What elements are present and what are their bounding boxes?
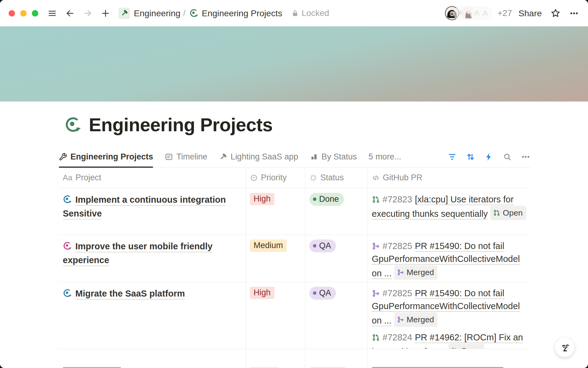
github-pr-cell[interactable]: #72823[xla:cpu] Use iterators for execut… <box>368 188 530 235</box>
notion-window: Engineering / Engineering Projects Locke… <box>0 0 588 368</box>
tab-more-views[interactable]: 5 more... <box>368 147 401 167</box>
tab-label: By Status <box>322 152 357 162</box>
tab-by-status[interactable]: By Status <box>310 147 357 167</box>
sort-icon[interactable] <box>466 152 475 162</box>
project-cell[interactable]: Improve the user mobile friendly experie… <box>59 235 246 282</box>
view-tabs-bar: Engineering Projects Timeline Lighting S… <box>59 147 530 167</box>
table-header-row: Aa Project Priority Status GitHub PR <box>59 167 530 188</box>
more-options-button[interactable] <box>569 9 579 18</box>
priority-cell[interactable] <box>246 349 305 368</box>
status-cell[interactable] <box>305 349 368 368</box>
tab-timeline[interactable]: Timeline <box>165 147 207 167</box>
status-cell[interactable]: QA <box>305 282 368 349</box>
tab-label: Engineering Projects <box>70 152 153 162</box>
pr-number: #72823 <box>383 194 412 204</box>
status-dot-icon <box>313 197 316 201</box>
github-pr-cell[interactable] <box>368 349 530 368</box>
project-title-link[interactable]: Migrate the SaaS platform <box>75 289 185 300</box>
priority-cell[interactable]: High <box>246 188 305 235</box>
filter-icon[interactable] <box>447 152 457 162</box>
git-merge-icon <box>372 289 380 297</box>
breadcrumb-workspace[interactable]: Engineering <box>134 8 180 18</box>
status-cell[interactable]: QA <box>305 235 368 282</box>
text-icon: Aa <box>63 173 73 182</box>
search-icon[interactable] <box>503 152 512 162</box>
locked-indicator[interactable]: Locked <box>291 8 329 18</box>
breadcrumb-separator: / <box>183 9 186 18</box>
github-pr-cell[interactable]: #72825PR #15490: Do not fail GpuPerforma… <box>368 282 530 349</box>
wrench-icon <box>59 153 67 161</box>
presence-avatars[interactable]: A A A <box>445 6 492 20</box>
locked-label: Locked <box>302 8 329 18</box>
pr-number: #72824 <box>383 332 412 342</box>
avatar[interactable]: A <box>478 6 492 20</box>
more-icon[interactable] <box>521 152 530 162</box>
column-header-project[interactable]: Aa Project <box>59 167 246 188</box>
table-row: Improve the user mobile friendly experie… <box>59 235 530 282</box>
workspace-hammer-icon[interactable] <box>119 8 130 19</box>
pr-state-badge: Merged <box>394 265 438 280</box>
share-button[interactable]: Share <box>518 8 542 18</box>
pr-state-badge: Open <box>490 206 526 220</box>
column-label: GitHub PR <box>383 173 422 182</box>
close-button[interactable] <box>9 10 15 17</box>
bar-chart-icon <box>310 153 318 161</box>
priority-badge: High <box>250 287 274 299</box>
project-title-link[interactable]: Implement a continuous integration Sensi… <box>63 195 226 220</box>
avatar-letter: A <box>483 9 488 17</box>
select-icon <box>250 174 258 182</box>
new-page-button[interactable] <box>101 9 110 18</box>
project-cell[interactable]: Implement a continuous integration Sensi… <box>59 188 246 235</box>
cyclone-icon <box>63 241 72 251</box>
presence-overflow-count[interactable]: +27 <box>497 8 512 18</box>
tab-label: Timeline <box>176 152 207 162</box>
column-header-github-pr[interactable]: GitHub PR <box>368 167 530 188</box>
favorite-star-icon[interactable] <box>550 8 561 18</box>
status-dot-icon <box>313 291 316 295</box>
code-icon <box>372 174 380 182</box>
status-icon <box>309 174 317 182</box>
column-label: Project <box>76 173 101 182</box>
priority-cell[interactable]: Medium <box>246 235 305 282</box>
notion-face-icon <box>559 341 571 353</box>
table-row-partial <box>59 349 530 368</box>
tab-label: Lighting SaaS app <box>231 152 298 162</box>
zap-icon[interactable] <box>484 152 494 162</box>
project-cell[interactable] <box>59 349 246 368</box>
priority-badge: High <box>250 193 274 205</box>
breadcrumb-page[interactable]: Engineering Projects <box>202 8 282 18</box>
back-button[interactable] <box>65 9 75 18</box>
page-title: Engineering Projects <box>89 114 273 136</box>
lock-icon <box>291 9 299 17</box>
pr-state-badge: Open <box>448 344 484 349</box>
forward-button[interactable] <box>83 9 92 18</box>
page-cover-image[interactable] <box>0 26 588 102</box>
page-title-cyclone-icon[interactable] <box>64 116 81 133</box>
pull-request-icon <box>372 333 380 342</box>
git-merge-icon <box>397 316 404 323</box>
column-label: Priority <box>261 173 287 182</box>
minimize-button[interactable] <box>20 10 27 17</box>
timeline-icon <box>165 153 173 161</box>
table-row: Migrate the SaaS platform High QA #72825… <box>59 282 530 349</box>
pull-request-icon <box>451 347 458 349</box>
tab-engineering-projects[interactable]: Engineering Projects <box>59 147 153 167</box>
project-cell[interactable]: Migrate the SaaS platform <box>59 282 246 349</box>
notion-ai-button[interactable] <box>555 337 575 357</box>
status-badge: QA <box>309 287 336 300</box>
column-header-status[interactable]: Status <box>305 167 368 188</box>
sidebar-menu-button[interactable] <box>47 9 57 18</box>
pr-state-badge: Merged <box>394 312 438 327</box>
status-badge: QA <box>309 240 336 252</box>
status-cell[interactable]: Done <box>305 188 368 235</box>
zoom-button[interactable] <box>32 10 38 17</box>
priority-cell[interactable]: High <box>246 282 305 349</box>
project-title-link[interactable]: Improve the user mobile friendly experie… <box>63 241 213 266</box>
column-label: Status <box>320 173 344 182</box>
tab-lighting-saas-app[interactable]: Lighting SaaS app <box>219 147 298 167</box>
github-pr-cell[interactable]: #72825PR #15490: Do not fail GpuPerforma… <box>368 235 530 282</box>
page-cyclone-icon <box>189 9 198 18</box>
hammer-icon <box>219 153 227 161</box>
pr-number: #72825 <box>383 288 412 298</box>
column-header-priority[interactable]: Priority <box>246 167 305 188</box>
